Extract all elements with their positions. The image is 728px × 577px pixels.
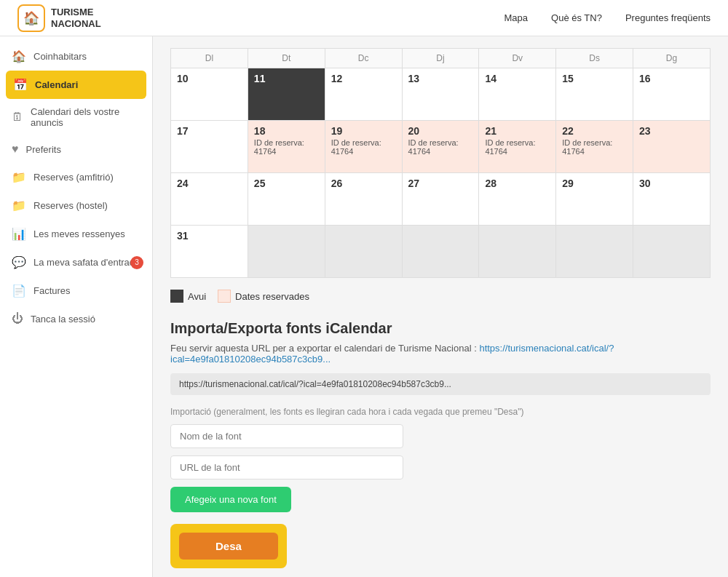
day-21: 21 <box>485 125 496 137</box>
header-nav: Mapa Què és TN? Preguntes freqüents <box>505 12 711 23</box>
table-row: 13 <box>402 68 479 121</box>
logo: 🏠 TURISMENACIONAL <box>17 4 101 32</box>
table-row: 28 <box>479 173 556 226</box>
calendar-table: Dl Dt Dc Dj Dv Ds Dg 10 11 12 <box>170 48 711 278</box>
table-row: 29 <box>556 173 633 226</box>
ical-section: Importa/Exporta fonts iCalendar Feu serv… <box>170 320 711 568</box>
sidebar-item-factures[interactable]: 📄 Factures <box>0 276 152 305</box>
sidebar-label-reserves-amfitrio: Reserves (amfitrió) <box>33 172 114 183</box>
day-11: 11 <box>254 73 266 84</box>
day-16: 16 <box>639 73 651 84</box>
day-22: 22 <box>562 125 574 137</box>
doc-icon: 📄 <box>12 284 26 298</box>
day-29: 29 <box>562 178 574 189</box>
sidebar-item-calendari[interactable]: 📅 Calendari <box>6 71 146 99</box>
sidebar-item-reserves-hostel[interactable]: 📁 Reserves (hostel) <box>0 191 152 220</box>
col-dc: Dc <box>325 49 402 68</box>
sidebar-item-preferits[interactable]: ♥ Preferits <box>0 135 152 163</box>
table-row: 20 ID de reserva:41764 <box>402 121 479 173</box>
table-row: 26 <box>325 173 402 226</box>
reservation-id-18: ID de reserva:41764 <box>254 138 319 156</box>
legend-today: Avui <box>170 290 206 303</box>
reservation-id-21: ID de reserva:41764 <box>485 138 550 156</box>
calendar-legend: Avui Dates reservades <box>170 290 711 303</box>
day-20: 20 <box>408 125 420 137</box>
font-url-input[interactable] <box>170 455 403 479</box>
day-13: 13 <box>408 73 420 84</box>
table-row: 31 <box>171 226 248 278</box>
header: 🏠 TURISMENACIONAL Mapa Què és TN? Pregun… <box>0 0 728 36</box>
legend-reserved: Dates reservades <box>218 290 309 303</box>
day-18: 18 <box>254 125 266 137</box>
ical-description: Feu servir aquesta URL per a exportar el… <box>170 343 711 365</box>
day-15: 15 <box>562 73 574 84</box>
sidebar-item-tanca[interactable]: ⏻ Tanca la sessió <box>0 305 152 333</box>
day-12: 12 <box>331 73 343 84</box>
day-30: 30 <box>639 178 651 189</box>
add-font-button[interactable]: Afegeix una nova font <box>170 487 291 512</box>
nav-mapa[interactable]: Mapa <box>505 12 529 23</box>
sidebar-label-reserves-hostel: Reserves (hostel) <box>33 200 108 211</box>
calendar2-icon: 🗓 <box>12 111 23 124</box>
col-dv: Dv <box>479 49 556 68</box>
day-27: 27 <box>408 178 420 189</box>
font-name-input[interactable] <box>170 424 403 448</box>
reservation-id-20: ID de reserva:41764 <box>408 138 473 156</box>
sidebar-label-tanca: Tanca la sessió <box>31 314 95 325</box>
sidebar-label-calendari-anuncis: Calendari dels vostre anuncis <box>31 106 141 128</box>
table-row <box>402 226 479 278</box>
main-content: Dl Dt Dc Dj Dv Ds Dg 10 11 12 <box>153 36 728 577</box>
table-row: 10 <box>171 68 248 121</box>
sidebar-item-reserves-amfitrio[interactable]: 📁 Reserves (amfitrió) <box>0 163 152 191</box>
sidebar-item-ressenyes[interactable]: 📊 Les meves ressenyes <box>0 220 152 248</box>
day-25: 25 <box>254 178 266 189</box>
logo-text: TURISMENACIONAL <box>51 7 101 29</box>
col-ds: Ds <box>556 49 633 68</box>
table-row: 14 <box>479 68 556 121</box>
sidebar-item-safata[interactable]: 💬 La meva safata d'entrada 3 <box>0 248 152 276</box>
reservation-id-19: ID de reserva:41764 <box>331 138 396 156</box>
table-row: 22 ID de reserva:41764 <box>556 121 633 173</box>
sidebar-item-coinhabitars[interactable]: 🏠 Coinhabitars <box>0 42 152 71</box>
day-10: 10 <box>177 73 189 84</box>
table-row: 21 ID de reserva:41764 <box>479 121 556 173</box>
sidebar: 🏠 Coinhabitars 📅 Calendari 🗓 Calendari d… <box>0 36 153 577</box>
day-19: 19 <box>331 125 343 137</box>
chat-icon: 💬 <box>12 255 26 269</box>
logo-icon: 🏠 <box>17 4 45 32</box>
sidebar-label-preferits: Preferits <box>26 144 61 155</box>
sidebar-item-calendari-anuncis[interactable]: 🗓 Calendari dels vostre anuncis <box>0 99 152 135</box>
col-dg: Dg <box>633 49 711 68</box>
table-row <box>556 226 633 278</box>
day-26: 26 <box>331 178 343 189</box>
nav-preguntes[interactable]: Preguntes freqüents <box>625 12 711 23</box>
table-row <box>633 226 711 278</box>
day-23: 23 <box>639 125 651 137</box>
day-24: 24 <box>177 178 189 189</box>
calendar-icon: 📅 <box>13 78 28 92</box>
import-label: Importació (generalment, les fonts es ll… <box>170 407 711 417</box>
save-button[interactable]: Desa <box>179 533 278 560</box>
ical-title: Importa/Exporta fonts iCalendar <box>170 320 711 337</box>
col-dl: Dl <box>171 49 248 68</box>
col-dj: Dj <box>402 49 479 68</box>
table-row: 12 <box>325 68 402 121</box>
day-28: 28 <box>485 178 496 189</box>
table-row: 17 <box>171 121 248 173</box>
table-row: 18 ID de reserva:41764 <box>248 121 325 173</box>
day-17: 17 <box>177 125 189 137</box>
col-dt: Dt <box>248 49 325 68</box>
table-row: 24 <box>171 173 248 226</box>
nav-ques-tn[interactable]: Què és TN? <box>551 12 602 23</box>
table-row <box>248 226 325 278</box>
ical-url-bar: https://turismenacional.cat/ical/?ical=4… <box>170 373 711 395</box>
day-31: 31 <box>177 230 189 242</box>
heart-icon: ♥ <box>12 143 19 156</box>
table-row <box>479 226 556 278</box>
reservation-id-22: ID de reserva:41764 <box>562 138 627 156</box>
save-container: Desa <box>170 524 287 568</box>
legend-reserved-label: Dates reservades <box>235 291 309 302</box>
day-14: 14 <box>485 73 496 84</box>
folder2-icon: 📁 <box>12 199 26 212</box>
today-color-swatch <box>170 290 183 303</box>
